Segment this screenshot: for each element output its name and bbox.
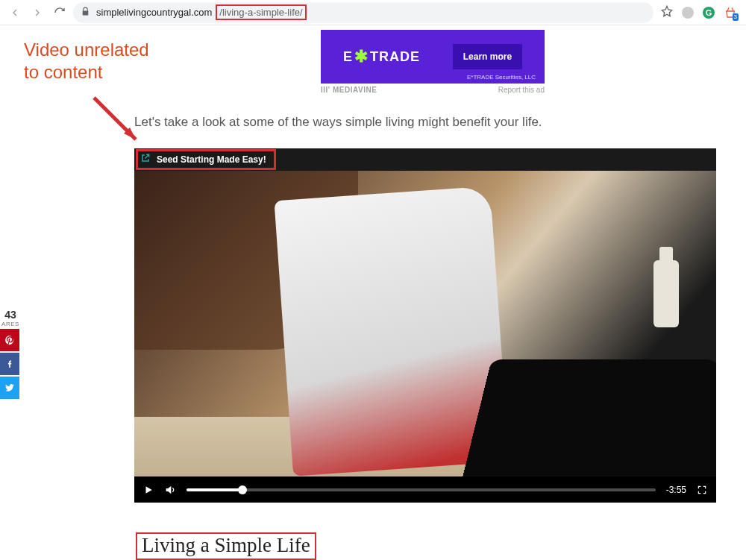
- extension-icons: G 3: [661, 5, 740, 20]
- video-title: Seed Starting Made Easy!: [157, 154, 266, 165]
- bookmark-star-icon[interactable]: [661, 5, 673, 20]
- ad-footer: III' MEDIAVINE Report this ad: [321, 86, 545, 94]
- article-paragraph: Let's take a look at some of the ways si…: [134, 115, 542, 130]
- shopping-extension-icon[interactable]: 3: [724, 6, 737, 19]
- report-ad-link[interactable]: Report this ad: [498, 86, 545, 94]
- browser-chrome: simplelivingcountrygal.com/living-a-simp…: [0, 0, 746, 25]
- address-bar[interactable]: simplelivingcountrygal.com/living-a-simp…: [73, 2, 653, 23]
- play-icon[interactable]: [143, 485, 154, 495]
- progress-knob[interactable]: [238, 485, 247, 494]
- url-path-highlight: /living-a-simple-life/: [216, 4, 306, 20]
- extension-badge: 3: [733, 13, 739, 21]
- fullscreen-icon[interactable]: [697, 485, 707, 495]
- grammarly-icon[interactable]: G: [703, 7, 715, 19]
- progress-bar[interactable]: [186, 488, 656, 491]
- ad-logo-a: E: [343, 49, 353, 65]
- pinterest-button[interactable]: [0, 329, 19, 351]
- lock-icon: [81, 7, 90, 19]
- twitter-button[interactable]: [0, 377, 19, 399]
- nav-icons: [6, 7, 66, 19]
- video-player: Seed Starting Made Easy! -3:55: [134, 148, 716, 503]
- etrade-ad[interactable]: E✱TRADE Learn more E*TRADE Securities, L…: [321, 30, 545, 84]
- article-heading: Living a Simple Life: [136, 532, 316, 560]
- facebook-button[interactable]: [0, 353, 19, 375]
- extension-icon[interactable]: [682, 7, 694, 19]
- share-rail: 43 ARES: [0, 309, 21, 399]
- url-domain: simplelivingcountrygal.com: [96, 7, 212, 18]
- ad-subtext: E*TRADE Securities, LLC: [467, 74, 536, 81]
- volume-icon[interactable]: [164, 484, 176, 496]
- ad-container: E✱TRADE Learn more E*TRADE Securities, L…: [321, 30, 545, 94]
- video-controls: -3:55: [134, 476, 716, 503]
- progress-fill: [186, 488, 242, 491]
- time-remaining: -3:55: [666, 485, 686, 495]
- forward-icon[interactable]: [31, 7, 43, 19]
- mediavine-logo: III' MEDIAVINE: [321, 86, 377, 94]
- page-content: E✱TRADE Learn more E*TRADE Securities, L…: [0, 25, 746, 560]
- external-link-icon[interactable]: [140, 153, 151, 166]
- back-icon[interactable]: [9, 7, 21, 19]
- ad-logo: E✱TRADE: [343, 47, 420, 66]
- ad-logo-b: TRADE: [370, 49, 420, 65]
- learn-more-button[interactable]: Learn more: [453, 44, 522, 69]
- video-title-bar[interactable]: Seed Starting Made Easy!: [134, 148, 716, 171]
- share-label: ARES: [0, 321, 21, 327]
- share-count: 43: [0, 309, 21, 321]
- video-frame[interactable]: [134, 171, 716, 476]
- reload-icon[interactable]: [54, 7, 66, 19]
- ad-star-icon: ✱: [354, 47, 369, 66]
